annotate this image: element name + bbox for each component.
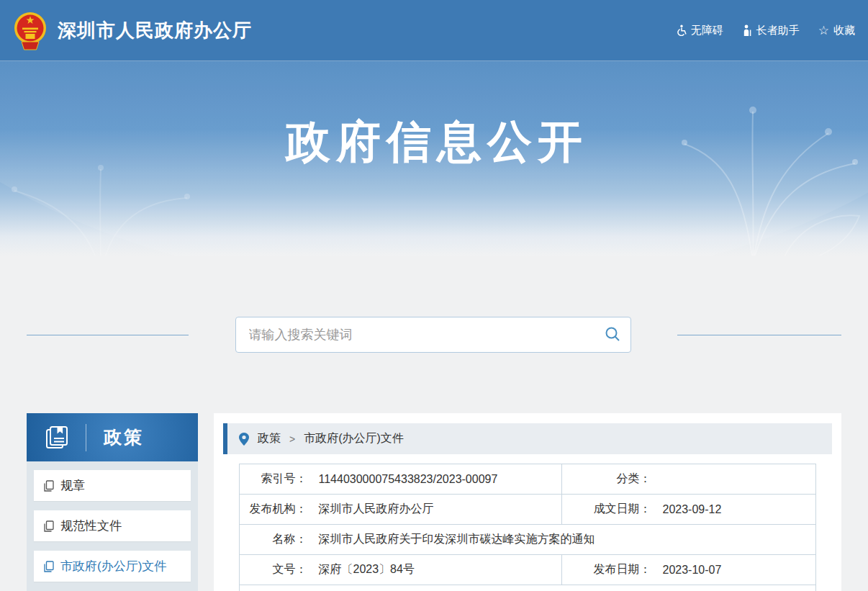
sidebar-item-regulations[interactable]: 规章: [34, 470, 191, 501]
document-icon: [44, 520, 54, 532]
sidebar-header: 政策: [27, 413, 198, 461]
issuing-org-label: 发布机构：: [240, 495, 312, 525]
search-box: [235, 317, 631, 353]
publish-date-label: 发布日期：: [562, 555, 656, 585]
index-no-value: 114403000075433823/2023-00097: [312, 464, 562, 495]
search-section: [27, 317, 841, 353]
decorative-line: [677, 335, 841, 335]
table-row: 文号： 深府〔2023〕84号 发布日期： 2023-10-07: [240, 555, 816, 585]
policy-book-icon: [42, 423, 71, 452]
decorative-line: [27, 335, 189, 335]
index-no-label: 索引号：: [240, 464, 312, 495]
accessibility-label: 无障碍: [691, 24, 723, 37]
breadcrumb: 政策 > 市政府(办公厅)文件: [223, 423, 832, 454]
header-links: 无障碍 长者助手 ☆ 收藏: [675, 24, 855, 37]
table-row: 索引号： 114403000075433823/2023-00097 分类：: [240, 464, 816, 495]
national-emblem-icon: [13, 11, 48, 51]
category-label: 分类：: [562, 464, 656, 495]
breadcrumb-item-municipal-documents[interactable]: 市政府(办公厅)文件: [304, 431, 404, 446]
search-button[interactable]: [604, 326, 621, 343]
document-info-table: 索引号： 114403000075433823/2023-00097 分类： 发…: [239, 464, 816, 591]
breadcrumb-separator: >: [289, 433, 295, 445]
accessibility-icon: [675, 24, 687, 36]
written-date-value: 2023-09-12: [656, 495, 816, 525]
doc-no-value: 深府〔2023〕84号: [312, 555, 562, 585]
category-value: [656, 464, 816, 495]
elder-helper-icon: [742, 24, 752, 36]
favorite-label: 收藏: [833, 24, 855, 37]
flower-decoration-icon: [0, 162, 209, 256]
content-area: 政策 规章 规范性文件: [27, 413, 841, 591]
doc-title-label: 名称：: [240, 525, 312, 555]
star-icon: ☆: [818, 24, 829, 37]
doc-title-value: 深圳市人民政府关于印发深圳市碳达峰实施方案的通知: [312, 525, 816, 555]
elder-helper-link[interactable]: 长者助手: [742, 24, 800, 37]
doc-no-label: 文号：: [240, 555, 312, 585]
breadcrumb-item-policy[interactable]: 政策: [258, 431, 281, 446]
issuing-org-value: 深圳市人民政府办公厅: [312, 495, 562, 525]
sidebar-item-label: 规章: [60, 477, 85, 494]
main-panel: 政策 > 市政府(办公厅)文件 索引号： 114403000075433823/…: [214, 413, 841, 591]
written-date-label: 成文日期：: [562, 495, 656, 525]
empty-value: [312, 585, 816, 591]
sidebar-item-normative-documents[interactable]: 规范性文件: [34, 510, 191, 541]
banner: 政府信息公开: [0, 61, 868, 256]
publish-date-value: 2023-10-07: [656, 555, 816, 585]
sidebar-item-label: 规范性文件: [60, 518, 122, 534]
favorite-link[interactable]: ☆ 收藏: [818, 24, 855, 37]
sidebar-item-label: 市政府(办公厅)文件: [60, 558, 166, 574]
elder-helper-label: 长者助手: [756, 24, 800, 37]
table-row: 发布机构： 深圳市人民政府办公厅 成文日期： 2023-09-12: [240, 495, 816, 525]
search-icon: [605, 326, 620, 342]
sidebar-item-municipal-government-documents[interactable]: 市政府(办公厅)文件: [34, 551, 191, 582]
document-icon: [44, 480, 54, 492]
table-row: 名称： 深圳市人民政府关于印发深圳市碳达峰实施方案的通知: [240, 525, 816, 555]
page-title: 政府信息公开: [0, 61, 868, 172]
empty-label: [240, 585, 312, 591]
top-header: 深圳市人民政府办公厅 无障碍 长者助手 ☆ 收藏: [0, 0, 868, 61]
divider: [86, 424, 86, 451]
location-pin-icon: [239, 433, 249, 446]
search-input[interactable]: [235, 317, 631, 353]
sidebar-title: 政策: [104, 425, 144, 449]
table-row: [240, 585, 816, 591]
sidebar-menu: 规章 规范性文件 市政府(办公厅)文件: [27, 461, 198, 591]
sidebar: 政策 规章 规范性文件: [27, 413, 198, 591]
accessibility-link[interactable]: 无障碍: [675, 24, 723, 37]
site-title: 深圳市人民政府办公厅: [58, 18, 252, 43]
document-icon: [44, 561, 54, 572]
